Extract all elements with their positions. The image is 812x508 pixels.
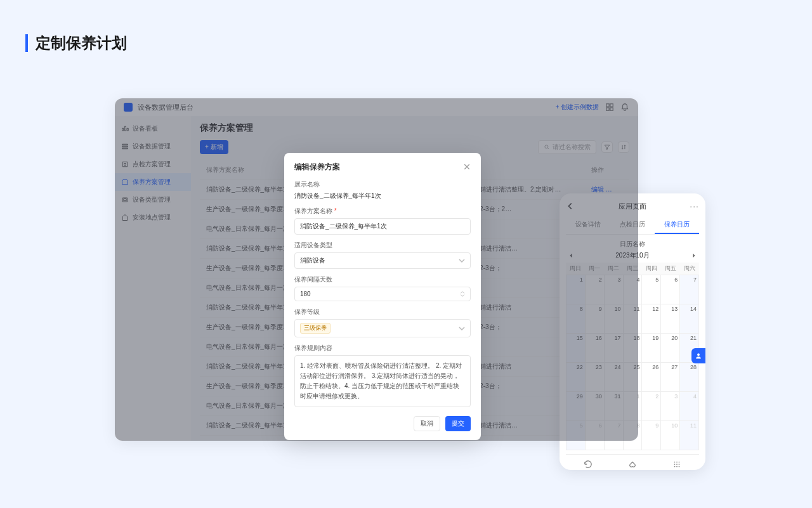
- chevron-up-icon[interactable]: [460, 291, 465, 294]
- rules-label: 保养规则内容: [294, 344, 471, 353]
- svg-point-5: [697, 353, 700, 356]
- calendar-cell[interactable]: 4: [680, 392, 699, 421]
- next-month-icon[interactable]: [691, 253, 697, 258]
- mobile-footer: [566, 454, 699, 469]
- submit-button[interactable]: 提交: [445, 416, 471, 431]
- svg-point-8: [679, 462, 680, 463]
- refresh-icon: [584, 460, 593, 469]
- page-header: 定制保养计划: [25, 33, 127, 53]
- level-select[interactable]: 三级保养: [294, 319, 471, 337]
- mobile-side-tab[interactable]: [691, 348, 705, 363]
- calendar-cell[interactable]: 28: [680, 363, 699, 392]
- calendar-cell[interactable]: 26: [642, 363, 661, 392]
- apps-button[interactable]: [655, 460, 699, 469]
- accent-bar: [25, 34, 28, 52]
- calendar-cell[interactable]: 9: [642, 421, 661, 450]
- svg-point-10: [676, 464, 678, 465]
- person-icon: [695, 353, 702, 359]
- interval-label: 保养间隔天数: [294, 275, 471, 284]
- calendar-cell[interactable]: 10: [661, 421, 680, 450]
- level-label: 保养等级: [294, 308, 471, 316]
- device-type-select[interactable]: 消防设备: [294, 252, 471, 269]
- calendar-cell[interactable]: 19: [642, 334, 661, 363]
- svg-point-7: [676, 462, 678, 463]
- share-button[interactable]: [610, 460, 655, 469]
- rules-textarea[interactable]: 1. 经常对表面、喷粉管及保险销进行清洁整理。 2. 定期对活动部位进行润滑保养…: [294, 355, 471, 407]
- close-icon: [463, 163, 471, 171]
- svg-point-12: [674, 466, 676, 467]
- svg-point-6: [674, 462, 676, 463]
- page-title: 定制保养计划: [36, 33, 127, 53]
- calendar-cell[interactable]: 6: [661, 275, 680, 304]
- calendar-cell[interactable]: 7: [680, 275, 699, 304]
- cancel-button[interactable]: 取消: [414, 416, 440, 431]
- svg-point-13: [676, 466, 678, 467]
- chevron-down-icon[interactable]: [460, 294, 465, 297]
- chevron-down-icon: [459, 259, 465, 263]
- level-tag: 三级保养: [300, 323, 331, 334]
- calendar-cell[interactable]: 3: [661, 392, 680, 421]
- svg-point-11: [679, 464, 680, 465]
- calendar-cell[interactable]: 20: [661, 334, 680, 363]
- svg-point-9: [674, 464, 676, 465]
- display-name-label: 展示名称: [294, 180, 471, 189]
- refresh-button[interactable]: [566, 460, 610, 469]
- interval-input[interactable]: 180: [294, 287, 471, 301]
- edit-plan-modal: 编辑保养方案 展示名称 消防设备_二级保养_每半年1次 保养方案名称 * 消防设…: [284, 153, 481, 440]
- display-name-value: 消防设备_二级保养_每半年1次: [294, 192, 471, 200]
- calendar-cell[interactable]: 2: [642, 392, 661, 421]
- share-icon: [628, 460, 637, 469]
- calendar-cell[interactable]: 13: [661, 304, 680, 334]
- plan-name-input[interactable]: 消防设备_二级保养_每半年1次: [294, 218, 471, 235]
- calendar-cell[interactable]: 11: [680, 421, 699, 450]
- calendar-cell[interactable]: 5: [642, 275, 661, 304]
- device-type-label: 适用设备类型: [294, 241, 471, 250]
- modal-title: 编辑保养方案: [294, 162, 340, 173]
- calendar-cell[interactable]: 12: [642, 304, 661, 334]
- more-icon[interactable]: ···: [690, 201, 699, 211]
- close-button[interactable]: [463, 162, 471, 173]
- svg-point-14: [679, 466, 680, 467]
- calendar-cell[interactable]: 14: [680, 304, 699, 334]
- plan-name-label: 保养方案名称 *: [294, 207, 471, 216]
- mobile-tab-2[interactable]: 保养日历: [655, 216, 699, 234]
- calendar-cell[interactable]: 27: [661, 363, 680, 392]
- chevron-down-icon: [459, 327, 465, 330]
- grid-icon: [672, 460, 681, 469]
